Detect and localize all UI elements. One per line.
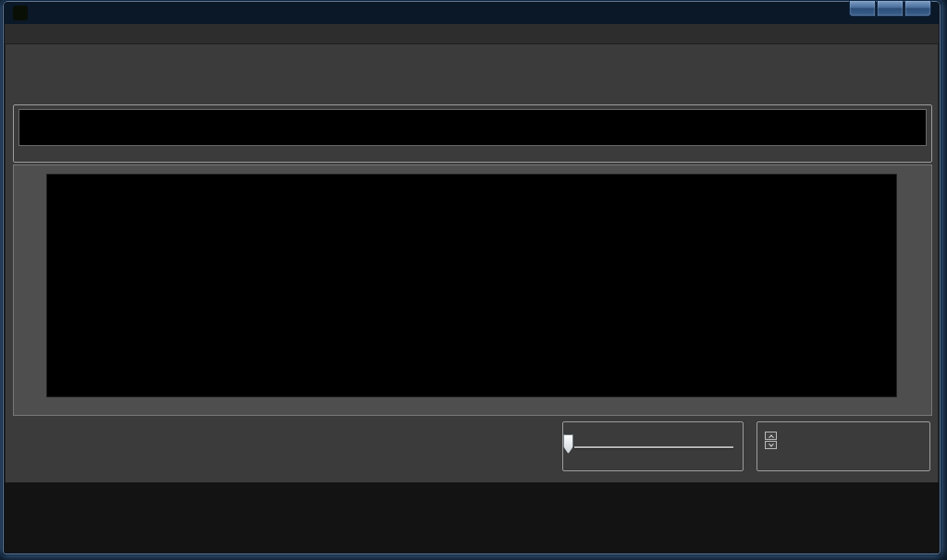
x-axis-settings-panel	[756, 421, 930, 471]
position-slider[interactable]	[574, 446, 733, 448]
close-button[interactable]	[904, 1, 931, 17]
toolbar	[5, 482, 939, 553]
app-logo-icon	[13, 6, 28, 20]
overview-strip[interactable]	[18, 109, 927, 146]
overview-axis	[18, 147, 927, 162]
range-down-button[interactable]	[765, 441, 777, 449]
titlebar[interactable]	[3, 1, 941, 25]
position-slider-thumb[interactable]	[563, 434, 573, 454]
range-up-button[interactable]	[765, 432, 777, 440]
menubar	[5, 24, 939, 44]
chevron-down-icon	[769, 441, 774, 446]
x-axis-range-spinner	[765, 432, 777, 449]
minimize-button[interactable]	[849, 1, 876, 17]
window-controls	[848, 1, 931, 17]
position-panel	[562, 421, 744, 471]
waveform-panel	[13, 164, 932, 416]
chevron-up-icon	[769, 434, 774, 440]
maximize-button[interactable]	[877, 1, 904, 17]
overview-panel	[13, 104, 932, 163]
waveform-plot[interactable]	[46, 174, 897, 397]
desktop-background: { "window": { "title": "Signata Corp Wav…	[0, 0, 947, 560]
